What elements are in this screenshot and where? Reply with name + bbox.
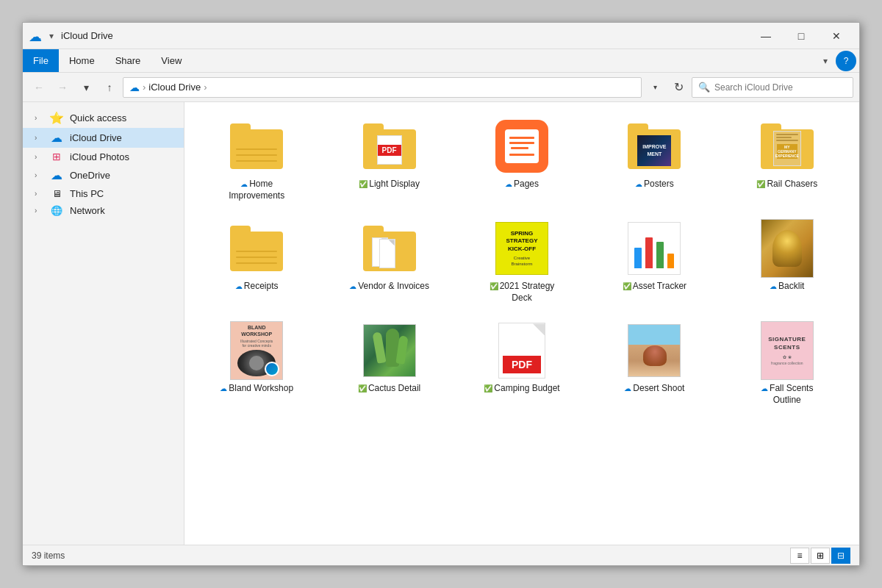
sidebar-label-quick-access: Quick access [70,112,178,123]
file-name-pages: ☁Pages [505,179,539,190]
sync-cloud-icon5: ☁ [349,282,356,290]
file-thumb-backlit [758,219,817,278]
status-bar: 39 items ≡ ⊞ ⊟ [23,545,859,565]
up-button[interactable]: ↑ [99,77,120,98]
recent-locations-button[interactable]: ▾ [76,77,96,98]
sidebar-item-quick-access[interactable]: › ⭐ Quick access [23,108,184,128]
file-thumb-cactus-detail [360,321,419,380]
close-button[interactable]: ✕ [820,23,853,49]
file-name-posters: ☁Posters [635,179,674,190]
expand-arrow-network: › [35,207,43,215]
icloud-drive-icon: ☁ [49,131,64,145]
expand-arrow-photos: › [35,153,43,161]
file-name-desert-shoot: ☁Desert Shoot [624,383,684,395]
file-item-receipts[interactable]: ☁Receipts [193,213,320,309]
window: ☁ ▾ iCloud Drive — □ ✕ File Home Share V… [22,22,860,566]
sync-cloud-icon9: ☁ [761,384,768,392]
file-item-vendor-invoices[interactable]: ☁Vendor & Invoices [326,213,452,309]
item-count: 39 items [32,551,65,561]
address-bar[interactable]: ☁ › iCloud Drive › [123,77,642,98]
sidebar-item-icloud-photos[interactable]: › ⊞ iCloud Photos [23,148,184,165]
large-icons-button[interactable]: ⊟ [831,548,850,564]
files-grid: ☁Home Improvements PDF [193,111,850,412]
synced-icon6: ✅ [484,384,492,392]
file-item-asset-tracker[interactable]: ✅Asset Tracker [591,213,717,309]
file-item-bland-workshop[interactable]: BLANDWORKSHOP Illustrated Conceptsfor cr… [193,315,320,412]
menu-chevron-button[interactable]: ▾ [815,51,836,71]
view-controls: ≡ ⊞ ⊟ [790,548,850,564]
file-item-backlit[interactable]: ☁Backlit [724,213,850,309]
menu-view[interactable]: View [151,49,192,72]
main-content: ☁Home Improvements PDF [184,102,859,545]
list-view-button[interactable]: ≡ [790,548,809,564]
content-area: › ⭐ Quick access › ☁ iCloud Drive › ⊞ iC… [23,102,859,545]
breadcrumb-separator: › [143,82,146,93]
file-name-cactus-detail: ✅Cactus Detail [358,383,420,395]
file-item-rail-chasers[interactable]: MY GERMANY EXPERIENCE ✅Rail Chasers [724,111,850,207]
file-thumb-camping-budget: PDF [492,321,551,380]
file-thumb-strategy-deck: SPRINGSTRATEGYKICK-OFF CreativeBrainstor… [492,219,551,278]
quick-access-icon: ⭐ [49,111,64,125]
refresh-button[interactable]: ↻ [668,77,689,98]
breadcrumb-icloud-drive[interactable]: iCloud Drive [148,82,201,93]
search-input[interactable] [714,82,847,93]
quick-access-button[interactable]: ▾ [46,29,57,43]
file-name-asset-tracker: ✅Asset Tracker [623,281,686,293]
file-item-strategy-deck[interactable]: SPRINGSTRATEGYKICK-OFF CreativeBrainstor… [459,213,585,309]
sync-cloud-icon: ☁ [240,180,248,188]
maximize-button[interactable]: □ [784,23,818,49]
menu-share[interactable]: Share [105,49,151,72]
file-item-light-display[interactable]: PDF ✅Light Display [326,111,452,207]
file-thumb-rail-chasers: MY GERMANY EXPERIENCE [758,117,817,176]
minimize-button[interactable]: — [749,23,783,49]
menu-file[interactable]: File [23,49,59,72]
file-name-bland-workshop: ☁Bland Workshop [220,383,293,395]
file-thumb-asset-tracker [625,219,684,278]
sync-cloud-icon6: ☁ [770,282,777,290]
expand-arrow-quick-access: › [35,114,43,122]
window-controls: — □ ✕ [749,23,853,49]
file-thumb-home-improvements [227,117,286,176]
app-icon: ☁ [29,29,43,43]
synced-icon: ✅ [359,180,368,188]
tiles-view-button[interactable]: ⊞ [811,548,830,564]
toolbar: ← → ▾ ↑ ☁ › iCloud Drive › ▾ ↻ 🔍 [23,73,859,102]
onedrive-icon: ☁ [49,168,64,182]
sidebar-item-this-pc[interactable]: › 🖥 This PC [23,185,184,202]
synced-icon2: ✅ [756,180,765,188]
sync-cloud-icon7: ☁ [220,384,227,392]
sync-cloud-icon4: ☁ [235,282,243,290]
file-item-home-improvements[interactable]: ☁Home Improvements [193,111,320,207]
expand-arrow-icloud: › [35,134,43,142]
synced-icon5: ✅ [358,384,367,392]
sidebar: › ⭐ Quick access › ☁ iCloud Drive › ⊞ iC… [23,102,184,545]
forward-button[interactable]: → [52,77,73,98]
menu-home[interactable]: Home [59,49,105,72]
search-box[interactable]: 🔍 [692,77,853,98]
file-name-vendor-invoices: ☁Vendor & Invoices [349,281,429,293]
window-title: iCloud Drive [61,30,749,41]
help-button[interactable]: ? [836,51,856,71]
file-item-pages[interactable]: ☁Pages [459,111,585,207]
file-name-backlit: ☁Backlit [770,281,804,293]
file-item-desert-shoot[interactable]: ☁Desert Shoot [591,315,717,412]
network-icon: 🌐 [49,205,64,216]
file-name-camping-budget: ✅Camping Budget [484,383,559,395]
file-item-fall-scents[interactable]: SIGNATURESCENTS ✿ ❀ fragrance collection… [724,315,850,412]
address-dropdown-button[interactable]: ▾ [645,77,665,98]
back-button[interactable]: ← [29,77,49,98]
sidebar-item-network[interactable]: › 🌐 Network [23,202,184,219]
sync-cloud-icon8: ☁ [624,384,631,392]
sidebar-label-onedrive: OneDrive [70,170,178,181]
icloud-breadcrumb-icon: ☁ [129,82,140,93]
file-name-fall-scents: ☁Fall Scents Outline [747,383,828,406]
file-item-cactus-detail[interactable]: ✅Cactus Detail [326,315,452,412]
file-item-posters[interactable]: IMPROVEMENT ☁Posters [591,111,717,207]
sidebar-label-this-pc: This PC [70,188,178,199]
sidebar-item-icloud-drive[interactable]: › ☁ iCloud Drive [23,128,184,148]
sidebar-item-onedrive[interactable]: › ☁ OneDrive [23,165,184,185]
search-icon: 🔍 [698,82,710,93]
file-name-home-improvements: ☁Home Improvements [216,179,297,201]
file-item-camping-budget[interactable]: PDF ✅Camping Budget [459,315,585,412]
file-thumb-posters: IMPROVEMENT [625,117,684,176]
